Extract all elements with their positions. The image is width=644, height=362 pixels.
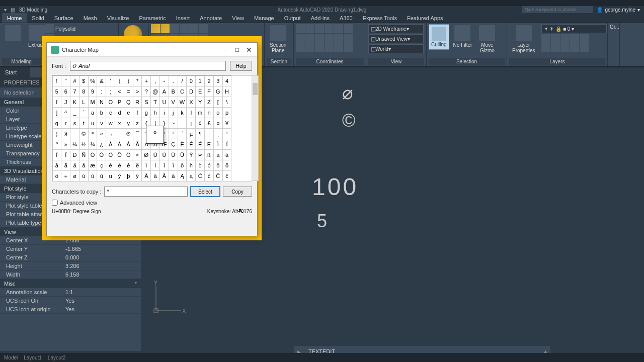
tool-button[interactable]: [541, 34, 550, 43]
no-filter-button[interactable]: No Filter: [450, 24, 475, 49]
char-cell[interactable]: ): [124, 75, 133, 86]
char-cell[interactable]: 8: [79, 86, 89, 97]
char-cell[interactable]: J: [61, 97, 70, 108]
char-cell[interactable]: Í: [222, 139, 232, 150]
char-cell[interactable]: [: [213, 97, 223, 108]
char-cell[interactable]: $: [79, 75, 89, 86]
char-cell[interactable]: \: [222, 97, 232, 108]
tool-button[interactable]: [189, 24, 198, 33]
char-cell[interactable]: q: [52, 118, 62, 129]
char-cell[interactable]: =: [124, 86, 133, 97]
prop-row-ucs_on[interactable]: UCS icon OnYes: [0, 297, 141, 305]
tool-button[interactable]: [305, 24, 314, 33]
char-cell[interactable]: ¾: [88, 139, 98, 150]
groups-button[interactable]: Gr...: [610, 24, 619, 30]
char-cell[interactable]: M: [88, 97, 98, 108]
char-cell[interactable]: Ú: [159, 149, 169, 160]
char-cell[interactable]: Ì: [213, 139, 223, 150]
characters-input[interactable]: [104, 187, 188, 197]
char-cell[interactable]: 6: [61, 86, 70, 97]
char-cell[interactable]: 4: [222, 75, 232, 86]
char-cell[interactable]: ×: [133, 149, 142, 160]
section-plane-button[interactable]: Section Plane: [267, 24, 289, 54]
char-cell[interactable]: _: [70, 107, 79, 118]
char-cell[interactable]: &: [97, 75, 106, 86]
char-cell[interactable]: V: [169, 97, 178, 108]
char-cell[interactable]: Ï: [61, 149, 70, 160]
tool-button[interactable]: [541, 43, 550, 52]
tool-button[interactable]: [580, 43, 589, 52]
char-cell[interactable]: ¶: [195, 128, 205, 139]
ribbon-tab-express-tools[interactable]: Express Tools: [358, 13, 402, 23]
char-cell[interactable]: D: [186, 86, 196, 97]
char-cell[interactable]: ¬: [106, 128, 115, 139]
layer-combo[interactable]: ☀ ☀ 🔒 ■ 0 ▾: [541, 24, 607, 33]
tool-button[interactable]: [344, 24, 353, 33]
layout2-tab[interactable]: Layout2: [48, 355, 66, 360]
char-cell[interactable]: -: [159, 75, 169, 86]
char-cell[interactable]: í: [150, 160, 160, 171]
tool-button[interactable]: [305, 34, 314, 43]
char-cell[interactable]: ­: [115, 128, 124, 139]
char-cell[interactable]: Ö: [124, 149, 133, 160]
tool-button[interactable]: [315, 43, 324, 52]
char-cell[interactable]: ·: [204, 128, 214, 139]
tool-button[interactable]: [334, 43, 343, 52]
char-cell[interactable]: ?: [141, 86, 151, 97]
char-cell[interactable]: !: [52, 75, 62, 86]
char-cell[interactable]: ¤: [213, 118, 223, 129]
char-cell[interactable]: X: [186, 97, 196, 108]
char-cell[interactable]: Ą: [178, 170, 187, 182]
char-cell[interactable]: j: [169, 107, 178, 118]
char-cell[interactable]: *: [133, 75, 142, 86]
tool-button[interactable]: [305, 43, 314, 52]
copy-button[interactable]: Copy: [223, 187, 252, 197]
char-cell[interactable]: d: [115, 107, 124, 118]
char-cell[interactable]: ï: [169, 160, 178, 171]
select-button[interactable]: Select: [191, 187, 220, 197]
ribbon-tab-output[interactable]: Output: [279, 13, 306, 23]
char-cell[interactable]: L: [79, 97, 89, 108]
char-cell[interactable]: x: [115, 118, 124, 129]
char-cell[interactable]: ă: [169, 170, 178, 182]
tool-button[interactable]: [580, 34, 589, 43]
char-cell[interactable]: ü: [106, 170, 115, 182]
char-cell[interactable]: ã: [61, 160, 70, 171]
char-cell[interactable]: á: [222, 149, 232, 160]
char-cell[interactable]: Ð: [70, 149, 79, 160]
char-cell[interactable]: P: [115, 97, 124, 108]
char-cell[interactable]: W: [178, 97, 187, 108]
font-combo[interactable]: 𝑂Arial: [70, 61, 226, 71]
char-cell[interactable]: n: [204, 107, 214, 118]
char-cell[interactable]: ¢: [195, 118, 205, 129]
char-cell[interactable]: N: [97, 97, 106, 108]
ribbon-tab-visualize[interactable]: Visualize: [102, 13, 134, 23]
char-cell[interactable]: »: [61, 139, 70, 150]
char-cell[interactable]: º: [52, 139, 62, 150]
char-cell[interactable]: s: [70, 118, 79, 129]
char-cell[interactable]: §: [61, 128, 70, 139]
char-cell[interactable]: b: [97, 107, 106, 118]
char-cell[interactable]: t: [79, 118, 89, 129]
char-cell[interactable]: ÷: [61, 170, 70, 182]
char-cell[interactable]: .: [169, 75, 178, 86]
view-combo[interactable]: ◫ Unsaved View ▾: [368, 34, 424, 43]
char-cell[interactable]: ~: [169, 118, 178, 129]
char-cell[interactable]: å: [79, 160, 89, 171]
char-cell[interactable]: ć: [204, 170, 214, 182]
char-cell[interactable]: p: [222, 107, 232, 118]
char-cell[interactable]: Ć: [195, 170, 205, 182]
char-cell[interactable]: Ā: [141, 170, 151, 182]
maximize-button[interactable]: ☐: [232, 45, 242, 55]
char-cell[interactable]: ä: [70, 160, 79, 171]
char-cell[interactable]: C: [178, 86, 187, 97]
ucs-combo[interactable]: ◫ World ▾: [368, 44, 424, 53]
char-cell[interactable]: Ô: [106, 149, 115, 160]
char-cell[interactable]: ª: [88, 128, 98, 139]
tool-button[interactable]: [570, 34, 579, 43]
char-cell[interactable]: f: [133, 107, 142, 118]
char-cell[interactable]: w: [106, 118, 115, 129]
char-cell[interactable]: g: [141, 107, 151, 118]
ribbon-tab-featured-apps[interactable]: Featured Apps: [402, 13, 448, 23]
char-cell[interactable]: I: [52, 97, 62, 108]
